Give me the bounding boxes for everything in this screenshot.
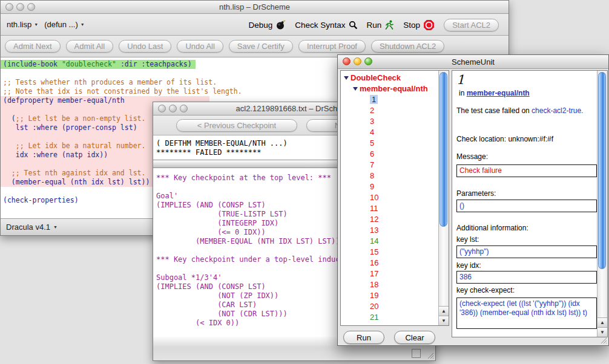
test-case-number: 6 xyxy=(370,149,374,158)
tree-scrollbar[interactable]: ▲ ▼ xyxy=(438,71,449,325)
key-lst-label: key lst: xyxy=(456,235,479,244)
test-case-number: 21 xyxy=(370,313,378,322)
test-case-number: 10 xyxy=(370,193,378,202)
test-case-item[interactable]: 2 xyxy=(341,105,449,116)
test-case-item[interactable]: 13 xyxy=(341,225,449,236)
clear-button[interactable]: Clear xyxy=(394,331,435,344)
previous-checkpoint-button[interactable]: < Previous Checkpoint xyxy=(176,119,297,132)
tree-node-doublecheck[interactable]: DoubleCheck xyxy=(341,71,449,83)
test-case-item[interactable]: 21 xyxy=(341,312,449,323)
search-icon xyxy=(349,21,358,30)
main-window-title: nth.lisp – DrScheme xyxy=(1,1,509,14)
scroll-up-icon[interactable]: ▲ xyxy=(597,317,607,327)
in-prefix: in xyxy=(459,89,464,97)
test-case-item[interactable]: 7 xyxy=(341,160,449,171)
dracula-button[interactable]: Undo Last xyxy=(119,40,171,53)
run-button[interactable]: Run xyxy=(367,20,395,30)
suite-link[interactable]: member-equal/nth xyxy=(467,89,530,97)
runner-icon xyxy=(384,20,394,30)
stop-label: Stop xyxy=(403,21,420,30)
test-case-number: 2 xyxy=(370,106,374,115)
test-case-number: 12 xyxy=(370,215,378,224)
test-tree-pane: DoubleCheck member-equal/nth 12345678910… xyxy=(340,70,449,326)
key-idx-field: 386 xyxy=(456,271,597,284)
scroll-down-icon[interactable]: ▼ xyxy=(439,316,449,325)
case-location-line: in member-equal/nth xyxy=(459,89,530,97)
check-link[interactable]: check-acl2-true xyxy=(532,106,581,115)
check-syntax-button[interactable]: Check Syntax xyxy=(295,21,357,30)
start-acl2-button[interactable]: Start ACL2 xyxy=(444,19,499,31)
test-case-number: 17 xyxy=(370,269,378,278)
test-case-number: 1 xyxy=(370,95,378,104)
resize-grip-icon[interactable] xyxy=(426,351,434,359)
test-case-item[interactable]: 14 xyxy=(341,236,449,247)
test-case-item[interactable]: 5 xyxy=(341,138,449,149)
additional-info-label: Additional information: xyxy=(456,224,528,232)
failure-suffix: . xyxy=(581,106,583,115)
dracula-version-label: Dracula v4.1 xyxy=(6,223,50,232)
test-case-item[interactable]: 15 xyxy=(341,247,449,258)
tree-node-suite[interactable]: member-equal/nth xyxy=(341,83,449,94)
dracula-button[interactable]: Save / Certify xyxy=(229,40,293,53)
test-case-item[interactable]: 6 xyxy=(341,149,449,160)
main-titlebar[interactable]: nth.lisp – DrScheme xyxy=(1,1,509,14)
test-case-number: 5 xyxy=(370,138,374,148)
test-case-number: 13 xyxy=(370,226,378,235)
test-case-number: 19 xyxy=(370,291,378,300)
tree-root-label: DoubleCheck xyxy=(351,73,401,82)
test-detail-pane: 1 in member-equal/nth The test case fail… xyxy=(452,70,608,337)
scroll-down-icon[interactable]: ▼ xyxy=(597,327,607,337)
detail-scrollbar[interactable]: ▲ ▼ xyxy=(597,71,607,337)
disclosure-triangle-icon[interactable] xyxy=(353,87,358,91)
schemeunit-titlebar[interactable]: SchemeUnit xyxy=(338,55,608,69)
key-lst-field: ("yyhhp") xyxy=(456,245,597,258)
scrollbar-thumb[interactable] xyxy=(598,72,606,269)
stop-button[interactable]: Stop xyxy=(403,19,435,31)
dracula-button[interactable]: Shutdown ACL2 xyxy=(371,40,444,53)
schemeunit-window-title: SchemeUnit xyxy=(338,55,608,69)
stop-icon xyxy=(423,19,435,31)
test-case-item[interactable]: 18 xyxy=(341,279,449,290)
test-case-item[interactable]: 17 xyxy=(341,268,449,279)
test-case-item[interactable]: 4 xyxy=(341,127,449,138)
disclosure-triangle-icon[interactable] xyxy=(344,76,349,80)
test-case-item[interactable]: 8 xyxy=(341,171,449,181)
key-idx-label: key idx: xyxy=(456,261,481,270)
debug-button[interactable]: Debug xyxy=(248,20,286,30)
test-case-item[interactable]: 19 xyxy=(341,290,449,301)
failure-text: The test case failed on xyxy=(456,106,532,115)
defun-dropdown[interactable]: (defun ...) ▼ xyxy=(44,20,85,29)
message-field: Check failure xyxy=(456,164,597,177)
dracula-version-dropdown[interactable]: Dracula v4.1 ▼ xyxy=(6,223,58,232)
run-tests-button[interactable]: Run xyxy=(343,331,384,344)
file-dropdown-label: nth.lisp xyxy=(7,20,31,29)
bomb-icon xyxy=(275,20,286,30)
test-case-list: 123456789101112131415161718192021 xyxy=(341,94,449,323)
test-case-item[interactable]: 20 xyxy=(341,301,449,312)
check-location: Check location: unknown:#f:#f xyxy=(456,135,553,143)
test-case-item[interactable]: 10 xyxy=(341,192,449,203)
status-square xyxy=(412,349,421,358)
dracula-button[interactable]: Admit Next xyxy=(5,40,61,53)
test-case-item[interactable]: 9 xyxy=(341,181,449,192)
test-case-item[interactable]: 11 xyxy=(341,203,449,214)
test-case-item[interactable]: 12 xyxy=(341,214,449,225)
test-case-item[interactable]: 3 xyxy=(341,116,449,127)
desktop: { "colors": { "accent_link": "#2638bb", … xyxy=(0,0,609,364)
dracula-button[interactable]: Admit All xyxy=(66,40,114,53)
chevron-down-icon: ▼ xyxy=(34,22,38,27)
file-dropdown[interactable]: nth.lisp ▼ xyxy=(7,20,38,29)
test-case-item[interactable]: 16 xyxy=(341,258,449,268)
test-case-number: 20 xyxy=(370,302,378,311)
test-case-number: 16 xyxy=(370,258,378,267)
dracula-button[interactable]: Undo All xyxy=(177,40,223,53)
main-toolbar: nth.lisp ▼ (defun ...) ▼ Debug Check Syn… xyxy=(1,14,509,36)
scroll-up-icon[interactable]: ▲ xyxy=(439,306,449,316)
scrollbar-thumb[interactable] xyxy=(439,72,447,227)
test-case-number: 11 xyxy=(370,204,378,213)
test-case-number: 14 xyxy=(370,236,378,245)
resize-grip-icon[interactable] xyxy=(599,336,607,344)
dracula-button[interactable]: Interrupt Proof xyxy=(298,40,366,53)
test-case-number: 7 xyxy=(370,160,374,169)
test-case-item[interactable]: 1 xyxy=(341,94,449,105)
